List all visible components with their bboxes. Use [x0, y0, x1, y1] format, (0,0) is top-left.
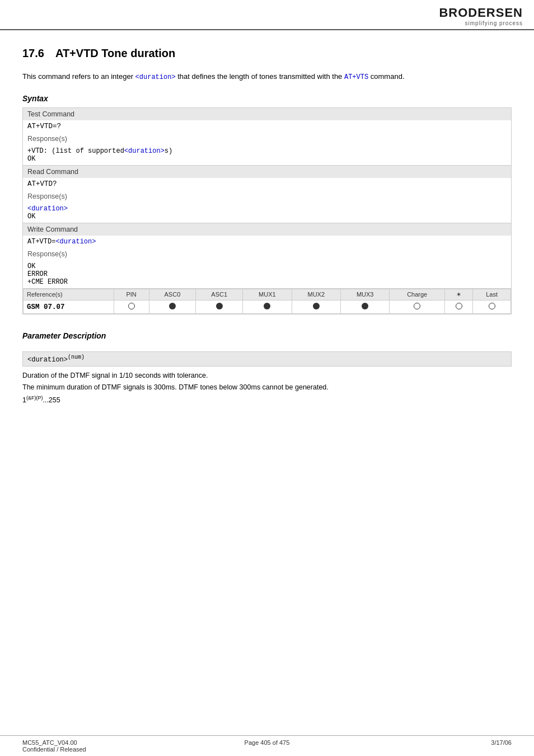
logo-text: BRODERSEN — [439, 6, 523, 20]
logo-main: BRODERSEN — [439, 6, 523, 20]
read-command-response: <duration> OK — [23, 203, 512, 223]
ref-mux1-val — [243, 300, 292, 314]
ref-star-val — [444, 300, 472, 314]
test-command-code: AT+VTD=? — [23, 120, 512, 133]
main-content: 17.6 AT+VTD Tone duration This command r… — [0, 30, 534, 440]
param-superscript: (num) — [68, 354, 85, 360]
ref-asc1-val — [196, 300, 243, 314]
intro-text-before: This command refers to an integer — [22, 72, 135, 81]
param-desc-line3: 1(&F)(P)...255 — [22, 396, 60, 404]
test-command-code-row: AT+VTD=? — [23, 120, 512, 133]
circle-open-charge — [414, 303, 420, 309]
section-number: 17.6 — [22, 47, 44, 60]
command-table: Test Command AT+VTD=? Response(s) +VTD: … — [22, 107, 512, 314]
write-command-code-row: AT+VTD=<duration> — [23, 236, 512, 248]
param-description: Duration of the DTMF signal in 1/10 seco… — [22, 370, 512, 406]
footer-right: 3/17/06 — [349, 739, 512, 753]
ref-mux3-header: MUX3 — [340, 289, 389, 300]
write-command-response-row: OKERROR+CME ERROR — [23, 260, 512, 289]
footer-center: Page 405 of 475 — [185, 739, 348, 753]
ref-gsm-label: GSM 07.07 — [24, 300, 114, 314]
footer-date: 3/17/06 — [491, 739, 512, 746]
ref-charge-header: Charge — [390, 289, 445, 300]
ref-star-header: ✶ — [444, 289, 472, 300]
logo: BRODERSEN simplifying process — [439, 6, 523, 26]
test-resp-line2: OK — [27, 155, 35, 163]
param-header-box: <duration>(num) — [22, 351, 512, 367]
ref-asc0-header: ASC0 — [149, 289, 196, 300]
param-desc-line2: The minimum duration of DTMF signals is … — [22, 383, 329, 391]
page-footer: MC55_ATC_V04.00 Confidential / Released … — [0, 735, 534, 756]
read-command-response-row: <duration> OK — [23, 203, 512, 223]
reference-table: Reference(s) PIN ASC0 ASC1 MUX1 MUX2 MUX… — [23, 289, 511, 314]
footer-status: Confidential / Released — [22, 746, 185, 753]
circle-open-star — [456, 303, 462, 309]
test-command-response-label-row: Response(s) — [23, 133, 512, 145]
intro-param-code: <duration> — [135, 73, 176, 81]
ref-column-headers: Reference(s) PIN ASC0 ASC1 MUX1 MUX2 MUX… — [24, 289, 511, 300]
footer-doc-id: MC55_ATC_V04.00 — [22, 739, 185, 746]
section-name: AT+VTD Tone duration — [55, 47, 175, 60]
test-command-response-row: +VTD: (list of supported<duration>s) OK — [23, 145, 512, 166]
ref-asc1-header: ASC1 — [196, 289, 243, 300]
test-resp-line1: +VTD: (list of supported<duration>s) — [27, 147, 172, 155]
circle-filled-mux2 — [313, 303, 320, 309]
read-command-response-label: Response(s) — [23, 190, 512, 203]
read-command-header: Read Command — [23, 166, 512, 179]
param-desc-heading: Parameter Description — [22, 331, 512, 340]
test-command-response: +VTD: (list of supported<duration>s) OK — [23, 145, 512, 166]
intro-cmd-code: AT+VTS — [344, 73, 368, 81]
ref-mux1-header: MUX1 — [243, 289, 292, 300]
write-command-header: Write Command — [23, 223, 512, 236]
read-command-code-row: AT+VTD? — [23, 178, 512, 190]
ref-gsm-row: GSM 07.07 — [24, 300, 511, 314]
read-command-header-row: Read Command — [23, 166, 512, 179]
circle-filled-mux3 — [362, 303, 368, 309]
ref-mux2-val — [292, 300, 340, 314]
syntax-heading: Syntax — [22, 94, 512, 103]
write-command-response-label-row: Response(s) — [23, 248, 512, 260]
param-range-sup: (&F)(P) — [26, 395, 43, 401]
ref-last-val — [473, 300, 511, 314]
intro-text-end: command. — [368, 72, 404, 81]
read-command-response-label-row: Response(s) — [23, 190, 512, 203]
circle-filled-asc0 — [169, 303, 176, 309]
test-command-response-label: Response(s) — [23, 133, 512, 145]
intro-paragraph: This command refers to an integer <durat… — [22, 71, 512, 83]
page-header: BRODERSEN simplifying process — [0, 0, 534, 30]
circle-open-last — [489, 303, 495, 309]
footer-left: MC55_ATC_V04.00 Confidential / Released — [22, 739, 185, 753]
ref-pin-header: PIN — [114, 289, 149, 300]
param-name: <duration> — [27, 356, 68, 364]
ref-asc0-val — [149, 300, 196, 314]
ref-pin-val — [114, 300, 149, 314]
ref-mux3-val — [340, 300, 389, 314]
circle-filled-asc1 — [216, 303, 223, 309]
ref-last-header: Last — [473, 289, 511, 300]
section-title: 17.6 AT+VTD Tone duration — [22, 47, 512, 60]
intro-text-after: that defines the length of tones transmi… — [176, 72, 344, 81]
ref-label-header: Reference(s) — [24, 289, 114, 300]
circle-open-pin — [128, 303, 135, 309]
write-command-code: AT+VTD=<duration> — [23, 236, 512, 248]
test-command-header: Test Command — [23, 108, 512, 121]
logo-sub: simplifying process — [439, 20, 523, 26]
ref-charge-val — [390, 300, 445, 314]
read-command-code: AT+VTD? — [23, 178, 512, 190]
circle-filled-mux1 — [264, 303, 270, 309]
write-command-response: OKERROR+CME ERROR — [23, 260, 512, 289]
write-command-header-row: Write Command — [23, 223, 512, 236]
ref-header-row: Reference(s) PIN ASC0 ASC1 MUX1 MUX2 MUX… — [23, 289, 512, 314]
write-command-response-label: Response(s) — [23, 248, 512, 260]
footer-page: Page 405 of 475 — [245, 739, 290, 746]
ref-mux2-header: MUX2 — [292, 289, 340, 300]
test-command-header-row: Test Command — [23, 108, 512, 121]
param-desc-line1: Duration of the DTMF signal in 1/10 seco… — [22, 372, 208, 379]
